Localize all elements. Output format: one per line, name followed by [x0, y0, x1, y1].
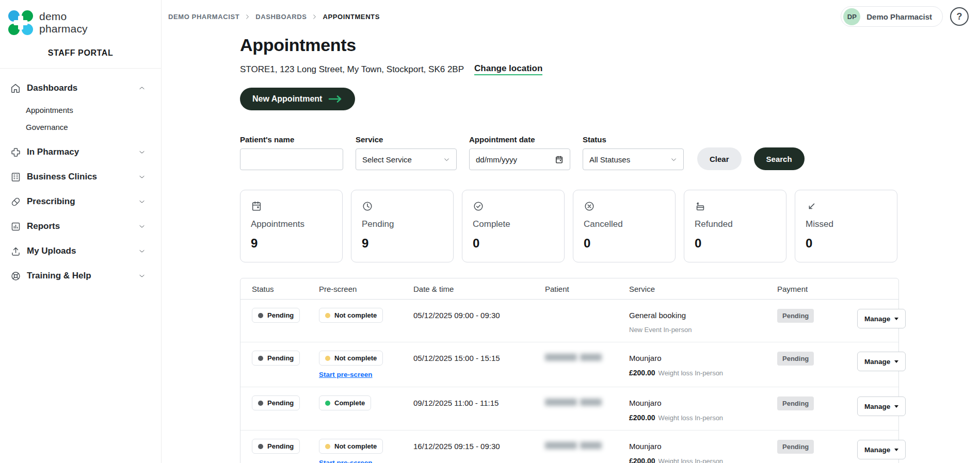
brand-name-line2: pharmacy	[39, 23, 88, 35]
chevron-down-icon	[138, 173, 146, 180]
stat-card-refunded: Refunded 0	[684, 190, 786, 262]
stat-card-appointments: Appointments 9	[240, 190, 343, 262]
stat-value: 9	[362, 236, 443, 251]
chevron-down-icon	[138, 247, 146, 255]
prescreen-badge: Not complete	[319, 439, 383, 454]
sidebar-item-dashboards[interactable]: Dashboards	[0, 76, 161, 101]
sidebar-nav: Dashboards Appointments Governance In Ph…	[0, 76, 161, 288]
upload-icon	[10, 245, 21, 257]
status-label: Status	[583, 135, 684, 144]
sidebar-item-label: Business Clinics	[27, 172, 133, 182]
service-type: Weight loss In-person	[658, 457, 724, 463]
service-type: New Event In-person	[629, 326, 692, 334]
prescreen-dot-icon	[325, 444, 330, 449]
home-icon	[10, 82, 21, 94]
pill-icon	[10, 196, 21, 207]
sidebar-item-label: Prescribing	[27, 196, 133, 207]
help-button[interactable]: ?	[950, 7, 969, 26]
caret-down-icon	[894, 449, 898, 451]
sidebar-item-appointments[interactable]: Appointments	[0, 102, 161, 119]
search-button[interactable]: Search	[754, 147, 805, 170]
service-name: Mounjaro	[629, 439, 777, 451]
stat-value: 9	[251, 236, 332, 251]
date-placeholder: dd/mm/yyyy	[476, 155, 517, 164]
appointment-date-input[interactable]: dd/mm/yyyy	[469, 148, 570, 170]
prescreen-badge: Complete	[319, 395, 371, 410]
stat-card-pending: Pending 9	[351, 190, 454, 262]
manage-button[interactable]: Manage	[857, 309, 906, 328]
service-name: Mounjaro	[629, 351, 777, 362]
breadcrumb-demo-pharmacist[interactable]: DEMO PHARMACIST	[168, 13, 239, 21]
brand-name: demo pharmacy	[39, 10, 88, 35]
manage-button[interactable]: Manage	[857, 440, 906, 459]
start-prescreen-link[interactable]: Start pre-screen	[319, 459, 373, 463]
appointment-datetime: 16/12/2025 09:15 - 09:30	[413, 439, 545, 463]
caret-down-icon	[894, 405, 898, 408]
change-location-link[interactable]: Change location	[474, 63, 542, 75]
caret-down-icon	[894, 318, 898, 320]
stat-label: Pending	[362, 219, 443, 229]
sidebar-item-reports[interactable]: Reports	[0, 214, 161, 239]
chevron-down-icon	[670, 156, 677, 163]
stat-label: Cancelled	[584, 219, 665, 229]
prescreen-dot-icon	[325, 401, 330, 406]
stat-card-missed: Missed 0	[795, 190, 897, 262]
stat-value: 0	[695, 236, 776, 251]
patient-cell	[545, 308, 629, 334]
sidebar-item-label: In Pharmacy	[27, 147, 133, 157]
start-prescreen-link[interactable]: Start pre-screen	[319, 371, 373, 378]
prescreen-dot-icon	[325, 313, 330, 318]
clock-icon	[362, 201, 373, 212]
check-circle-icon	[473, 201, 484, 212]
calendar-icon	[555, 155, 564, 164]
appointment-date-field: Appointment date dd/mm/yyyy	[469, 135, 570, 170]
service-select[interactable]: Select Service	[356, 148, 457, 170]
manage-button[interactable]: Manage	[857, 352, 906, 371]
brand-name-line1: demo	[39, 10, 88, 23]
missed-arrow-icon	[806, 201, 817, 212]
sidebar-item-prescribing[interactable]: Prescribing	[0, 189, 161, 214]
app-root: demo pharmacy STAFF PORTAL Dashboards Ap…	[0, 0, 980, 463]
brand-logo[interactable]: demo pharmacy	[0, 8, 161, 35]
manage-button[interactable]: Manage	[857, 396, 906, 416]
clear-button[interactable]: Clear	[697, 147, 742, 170]
lifebuoy-icon	[10, 270, 21, 282]
stat-value: 0	[473, 236, 554, 251]
prescreen-badge: Not complete	[319, 308, 383, 323]
stat-label: Missed	[806, 219, 887, 229]
breadcrumb-dashboards[interactable]: DASHBOARDS	[255, 13, 307, 21]
service-label: Service	[356, 135, 457, 144]
sidebar-item-label: Reports	[27, 221, 133, 231]
stats-row: Appointments 9 Pending 9 Complete 0 Canc…	[240, 190, 899, 262]
sidebar-item-governance[interactable]: Governance	[0, 119, 161, 136]
status-dot-icon	[258, 356, 263, 361]
appointment-datetime: 05/12/2025 15:00 - 15:15	[413, 351, 545, 378]
refund-icon	[695, 201, 706, 212]
status-badge: Pending	[252, 351, 300, 366]
caret-down-icon	[894, 360, 898, 363]
patient-name-input[interactable]	[240, 148, 343, 170]
appointment-datetime: 05/12/2025 09:00 - 09:30	[413, 308, 545, 334]
sidebar-item-label: Training & Help	[27, 271, 133, 281]
sidebar-item-business-clinics[interactable]: Business Clinics	[0, 164, 161, 189]
new-appointment-button[interactable]: New Appointment	[240, 88, 355, 110]
status-dot-icon	[258, 313, 263, 318]
filters-bar: Patient's name Service Select Service Ap…	[240, 135, 899, 170]
status-badge: Pending	[252, 439, 300, 454]
sidebar-item-my-uploads[interactable]: My Uploads	[0, 239, 161, 263]
col-payment: Payment	[777, 285, 857, 293]
status-dot-icon	[258, 444, 263, 449]
stat-value: 0	[584, 236, 665, 251]
col-prescreen: Pre-screen	[319, 285, 413, 293]
status-select[interactable]: All Statuses	[583, 148, 684, 170]
service-name: Mounjaro	[629, 395, 777, 407]
service-field: Service Select Service	[356, 135, 457, 170]
sidebar-item-in-pharmacy[interactable]: In Pharmacy	[0, 140, 161, 164]
table-row: Pending Complete 09/12/2025 11:00 - 11:1…	[240, 387, 898, 431]
col-status: Status	[252, 285, 319, 293]
stat-label: Complete	[473, 219, 554, 229]
content: Appointments STORE1, 123 Long Street, My…	[162, 26, 899, 463]
user-menu-button[interactable]: DP Demo Pharmacist	[841, 6, 943, 27]
sidebar-item-training-help[interactable]: Training & Help	[0, 263, 161, 288]
service-type: Weight loss In-person	[658, 414, 724, 422]
